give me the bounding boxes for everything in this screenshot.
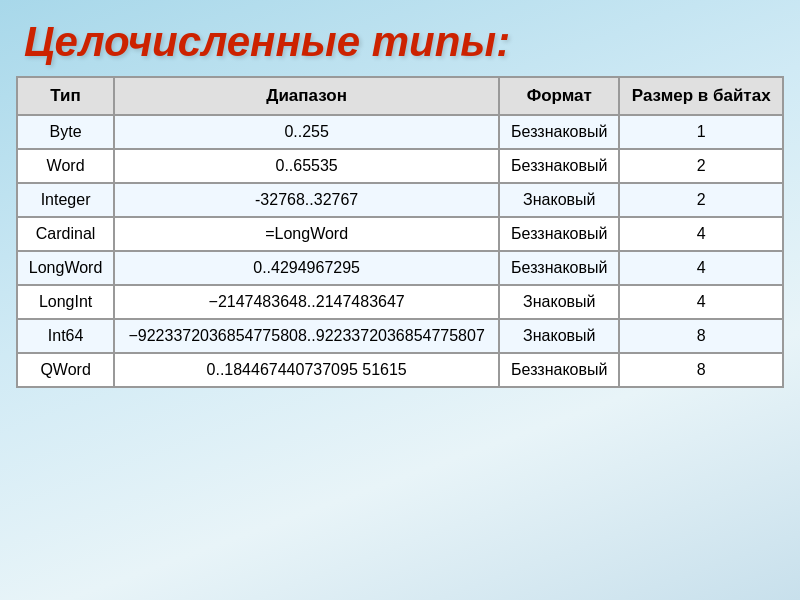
cell-size: 4 bbox=[619, 217, 783, 251]
cell-range: 0..184467440737095 51615 bbox=[114, 353, 499, 387]
cell-range: -32768..32767 bbox=[114, 183, 499, 217]
cell-size: 8 bbox=[619, 353, 783, 387]
table-row: Cardinal=LongWordБеззнаковый4 bbox=[17, 217, 783, 251]
table-row: Int64−9223372036854775808..9223372036854… bbox=[17, 319, 783, 353]
table-row: Integer-32768..32767Знаковый2 bbox=[17, 183, 783, 217]
page-title: Целочисленные типы: bbox=[0, 0, 800, 76]
cell-size: 8 bbox=[619, 319, 783, 353]
table-row: Word0..65535Беззнаковый2 bbox=[17, 149, 783, 183]
cell-type: QWord bbox=[17, 353, 114, 387]
table-row: LongInt−2147483648..2147483647Знаковый4 bbox=[17, 285, 783, 319]
cell-type: Cardinal bbox=[17, 217, 114, 251]
cell-format: Знаковый bbox=[499, 183, 619, 217]
cell-format: Беззнаковый bbox=[499, 251, 619, 285]
cell-range: 0..255 bbox=[114, 115, 499, 149]
col-header-format: Формат bbox=[499, 77, 619, 115]
cell-size: 4 bbox=[619, 285, 783, 319]
cell-type: Word bbox=[17, 149, 114, 183]
cell-format: Знаковый bbox=[499, 285, 619, 319]
table-header-row: Тип Диапазон Формат Размер в байтах bbox=[17, 77, 783, 115]
table-row: LongWord0..4294967295Беззнаковый4 bbox=[17, 251, 783, 285]
cell-format: Беззнаковый bbox=[499, 353, 619, 387]
cell-format: Беззнаковый bbox=[499, 149, 619, 183]
cell-type: Int64 bbox=[17, 319, 114, 353]
cell-format: Беззнаковый bbox=[499, 217, 619, 251]
data-table: Тип Диапазон Формат Размер в байтах Byte… bbox=[16, 76, 784, 388]
cell-type: Integer bbox=[17, 183, 114, 217]
cell-format: Знаковый bbox=[499, 319, 619, 353]
cell-size: 4 bbox=[619, 251, 783, 285]
cell-size: 1 bbox=[619, 115, 783, 149]
cell-range: −9223372036854775808..922337203685477580… bbox=[114, 319, 499, 353]
col-header-type: Тип bbox=[17, 77, 114, 115]
cell-format: Беззнаковый bbox=[499, 115, 619, 149]
cell-size: 2 bbox=[619, 183, 783, 217]
cell-range: =LongWord bbox=[114, 217, 499, 251]
cell-type: LongWord bbox=[17, 251, 114, 285]
table-row: QWord0..184467440737095 51615Беззнаковый… bbox=[17, 353, 783, 387]
col-header-range: Диапазон bbox=[114, 77, 499, 115]
table-row: Byte0..255Беззнаковый1 bbox=[17, 115, 783, 149]
col-header-size: Размер в байтах bbox=[619, 77, 783, 115]
table-wrapper: Тип Диапазон Формат Размер в байтах Byte… bbox=[0, 76, 800, 404]
cell-type: Byte bbox=[17, 115, 114, 149]
cell-range: −2147483648..2147483647 bbox=[114, 285, 499, 319]
cell-range: 0..4294967295 bbox=[114, 251, 499, 285]
cell-type: LongInt bbox=[17, 285, 114, 319]
cell-size: 2 bbox=[619, 149, 783, 183]
cell-range: 0..65535 bbox=[114, 149, 499, 183]
